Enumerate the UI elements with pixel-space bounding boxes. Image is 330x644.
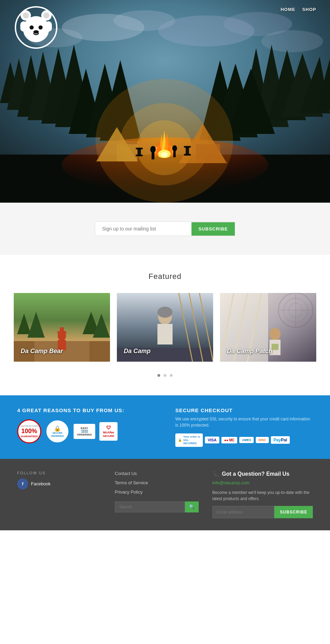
product-label-patch: Da Camp Patch — [227, 348, 272, 355]
svg-rect-51 — [173, 151, 176, 157]
svg-point-3 — [158, 15, 254, 46]
svg-point-6 — [261, 30, 323, 52]
member-text: Become a member we'll keep you up-to-dat… — [212, 489, 313, 502]
site-logo[interactable] — [14, 5, 58, 50]
svg-marker-30 — [96, 127, 138, 161]
dot-3[interactable] — [170, 374, 173, 377]
nav-shop[interactable]: SHOP — [302, 7, 316, 12]
footer: FOLLOW US f Facebook Contact Us Terms of… — [0, 459, 330, 530]
footer-subscribe-button[interactable]: SUBSCRIBE — [274, 506, 313, 518]
svg-point-41 — [161, 152, 168, 157]
trust-left: 4 Great Reasons To Buy From Us: SATISFAC… — [17, 407, 155, 443]
svg-marker-11 — [41, 48, 76, 124]
trust-right: SECURE CHECKOUT We use encrypted SSL sec… — [175, 407, 313, 447]
badge-satisfaction: SATISFACTION 100% GUARANTEED — [17, 419, 41, 443]
svg-rect-44 — [136, 155, 143, 156]
svg-rect-77 — [157, 324, 173, 344]
svg-point-26 — [62, 137, 268, 192]
footer-search-button[interactable]: 🔍 — [185, 501, 199, 512]
svg-marker-17 — [299, 57, 330, 113]
nav-home[interactable]: HOME — [280, 7, 295, 12]
svg-rect-45 — [186, 146, 189, 156]
mailing-section: SUBSCRIBE — [0, 203, 330, 255]
svg-point-2 — [113, 10, 175, 31]
featured-section: Featured — [0, 255, 330, 395]
footer-follow-col: FOLLOW US f Facebook — [17, 471, 101, 489]
svg-point-1 — [62, 14, 144, 41]
svg-point-28 — [120, 103, 209, 185]
secure-checkout-title: SECURE CHECKOUT — [175, 407, 313, 413]
product-label-bear: Da Camp Bear — [21, 348, 63, 355]
svg-marker-23 — [213, 64, 258, 137]
mailing-email-input[interactable] — [95, 222, 191, 236]
footer-email-input[interactable] — [212, 506, 275, 518]
trust-title: 4 Great Reasons To Buy From Us: — [17, 407, 155, 413]
contact-email[interactable]: info@dacamp.com — [212, 480, 313, 485]
svg-rect-89 — [272, 344, 278, 350]
svg-point-61 — [38, 25, 43, 30]
svg-point-4 — [223, 12, 292, 36]
featured-title: Featured — [14, 272, 316, 281]
visa-badge: VISA — [205, 437, 219, 443]
facebook-label: Facebook — [31, 481, 51, 486]
product-card-bear[interactable]: Da Camp Bear — [14, 293, 110, 362]
svg-point-34 — [155, 144, 174, 158]
paypal-badge: PayPal — [271, 436, 290, 444]
footer-search-input[interactable] — [115, 501, 185, 512]
svg-marker-16 — [282, 53, 323, 117]
product-card-camp[interactable]: Da Camp — [117, 293, 213, 362]
trust-badges: SATISFACTION 100% GUARANTEED 🔒 SECURE OR… — [17, 419, 155, 443]
svg-rect-33 — [196, 144, 220, 163]
svg-point-50 — [172, 145, 177, 151]
svg-point-62 — [33, 30, 39, 34]
badge-mcafee: 🛡 McAfee SECURE — [99, 422, 118, 440]
ssl-badge: 🔒 Your order isSSLSECURED — [175, 433, 203, 447]
svg-rect-58 — [21, 22, 27, 31]
svg-rect-73 — [60, 327, 64, 334]
svg-rect-31 — [117, 144, 138, 161]
mastercard-badge: ●● MC — [221, 437, 237, 443]
svg-marker-7 — [0, 62, 21, 103]
dot-2[interactable] — [164, 374, 166, 377]
footer-links: Contact Us Terms of Service Privacy Poli… — [115, 471, 199, 495]
svg-marker-37 — [164, 132, 170, 156]
footer-link-contact[interactable]: Contact Us — [115, 471, 199, 476]
svg-rect-42 — [138, 148, 141, 156]
svg-point-60 — [30, 25, 34, 30]
pagination-dots — [14, 372, 316, 378]
phone-icon: 📞 — [212, 471, 219, 477]
svg-marker-36 — [161, 131, 168, 156]
svg-point-87 — [270, 328, 280, 340]
svg-point-29 — [137, 120, 192, 175]
svg-point-27 — [96, 79, 233, 203]
dot-1[interactable] — [157, 374, 160, 377]
product-card-patch[interactable]: Da Camp Patch — [220, 293, 316, 362]
svg-marker-12 — [55, 45, 93, 127]
svg-point-56 — [43, 12, 50, 19]
footer-link-terms[interactable]: Terms of Service — [115, 480, 199, 485]
svg-rect-46 — [184, 146, 191, 148]
main-nav: HOME SHOP — [280, 7, 316, 12]
hero-section: HOME SHOP — [0, 0, 330, 203]
svg-point-55 — [23, 12, 29, 19]
svg-rect-25 — [0, 155, 330, 203]
svg-marker-21 — [100, 60, 141, 141]
svg-marker-14 — [254, 45, 289, 127]
svg-marker-8 — [7, 58, 31, 110]
svg-marker-19 — [69, 69, 103, 134]
svg-rect-49 — [152, 152, 154, 159]
mailing-subscribe-button[interactable]: SUBSCRIBE — [191, 222, 235, 236]
mailing-form: SUBSCRIBE — [95, 222, 235, 236]
product-label-camp: Da Camp — [124, 348, 151, 355]
footer-email-subscribe: SUBSCRIBE — [212, 506, 313, 518]
footer-link-privacy[interactable]: Privacy Policy — [115, 489, 199, 495]
svg-marker-18 — [316, 58, 330, 110]
svg-marker-9 — [17, 55, 45, 117]
facebook-button[interactable]: f Facebook — [17, 478, 101, 489]
svg-rect-59 — [45, 22, 52, 31]
facebook-icon: f — [17, 478, 28, 489]
footer-search-form: 🔍 — [115, 501, 199, 512]
amex-badge: AMEX — [239, 437, 254, 443]
svg-point-78 — [157, 307, 173, 318]
svg-marker-35 — [158, 134, 165, 156]
